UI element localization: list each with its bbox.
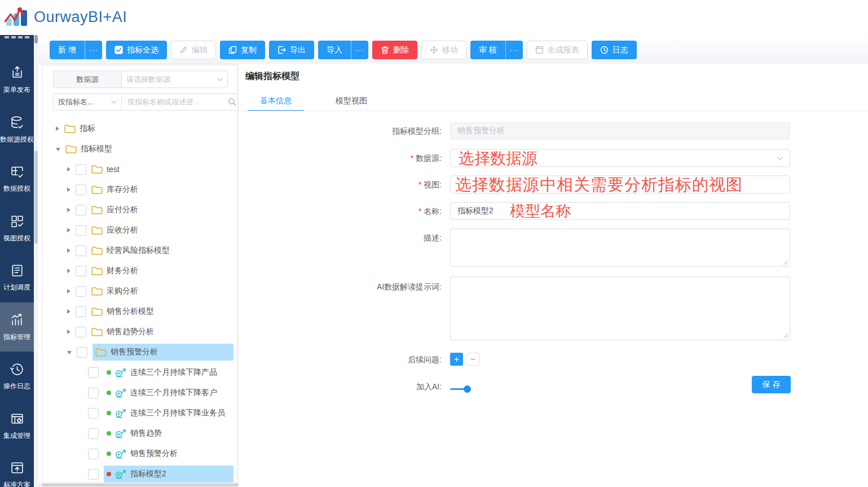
select-all-label: 指标全选	[127, 45, 158, 55]
horizontal-scrollbar-thumb[interactable]	[42, 484, 265, 486]
generate-report-button[interactable]: 生成报表	[527, 41, 588, 59]
add-more-button[interactable]: ···	[85, 41, 102, 59]
view-select[interactable]: 选择数据源中相关需要分析指标的视图	[450, 176, 790, 194]
tree-item-folder[interactable]: 财务分析	[42, 261, 237, 281]
name-input[interactable]	[451, 203, 790, 220]
tree-checkbox[interactable]	[88, 388, 99, 398]
chevron-right-icon[interactable]	[67, 269, 71, 273]
sidebar-item-view-auth[interactable]: 视图授权	[0, 204, 34, 253]
tree-item-model-selected[interactable]: 指标模型2	[42, 464, 237, 483]
chevron-right-icon[interactable]	[67, 248, 71, 253]
sidebar-item-indicator-manage[interactable]: 指标管理	[0, 302, 34, 352]
tree-checkbox[interactable]	[76, 164, 86, 175]
sidebar-item-operation-log[interactable]: 操作日志	[0, 352, 34, 401]
move-button[interactable]: 移动	[421, 41, 466, 59]
tree-checkbox[interactable]	[88, 408, 99, 419]
chevron-right-icon[interactable]	[67, 208, 71, 212]
sidebar-item-label: 计划调度	[3, 283, 30, 292]
tree-item-folder[interactable]: 指标模型	[42, 139, 237, 159]
chevron-right-icon[interactable]	[67, 167, 71, 172]
tree-checkbox[interactable]	[88, 449, 99, 459]
slider-knob[interactable]	[464, 385, 471, 393]
sidebar-item-integration[interactable]: 集成管理	[0, 401, 34, 451]
edit-button[interactable]: 编辑	[171, 41, 216, 59]
chevron-right-icon[interactable]	[67, 309, 71, 314]
save-button[interactable]: 保 存	[752, 376, 791, 393]
tree-item-folder[interactable]: 采购分析	[42, 281, 237, 301]
remove-question-button[interactable]: −	[466, 353, 479, 366]
tree-item-model[interactable]: 连续三个月持续下降产品	[42, 362, 237, 383]
folder-icon	[95, 348, 107, 357]
export-icon	[277, 46, 286, 54]
log-button[interactable]: 日志	[592, 41, 637, 59]
ai-prompt-textarea[interactable]	[450, 277, 790, 340]
datasource-select[interactable]: 选择数据源	[450, 149, 790, 167]
copy-button[interactable]: 复制	[220, 41, 265, 59]
sidebar-item-datasource-auth[interactable]: 数据源授权	[0, 105, 34, 155]
chevron-down-icon[interactable]	[56, 148, 60, 151]
sidebar-item-data-auth[interactable]: 数据授权	[0, 154, 34, 204]
tree-checkbox[interactable]	[88, 367, 99, 378]
resize-handle-icon[interactable]	[783, 260, 788, 265]
tab-basic-info[interactable]: 基本信息	[248, 91, 304, 111]
tree-checkbox[interactable]	[88, 469, 99, 480]
form-row-join-ai: 加入AI:	[239, 380, 803, 393]
sidebar-item-menu-publish[interactable]: 菜单发布	[0, 55, 34, 105]
tree-item-folder[interactable]: 销售趋势分析	[42, 322, 237, 342]
tree-item-model[interactable]: 连续三个月持续下降业务员	[42, 403, 237, 423]
export-button[interactable]: 导出	[269, 41, 314, 59]
review-button[interactable]: 审 核	[470, 41, 505, 59]
tree-checkbox[interactable]	[76, 266, 86, 277]
tree-item-model[interactable]: 销售预警分析	[42, 444, 237, 464]
model-icon	[114, 368, 126, 378]
chevron-right-icon[interactable]	[56, 126, 59, 131]
tree-item-folder[interactable]: 库存分析	[42, 179, 237, 200]
status-dot-green	[107, 391, 111, 395]
tree-item-folder[interactable]: test	[42, 159, 237, 179]
tree-checkbox[interactable]	[88, 428, 99, 439]
sidebar-item-standard-plan[interactable]: 标准方案	[0, 450, 34, 487]
tree-item-folder-selected[interactable]: 销售预警分析	[42, 342, 237, 362]
tree-checkbox[interactable]	[76, 185, 86, 195]
sidebar-item-label: 标准方案	[3, 480, 30, 487]
import-more-button[interactable]: ···	[351, 41, 368, 59]
sidebar-item-schedule[interactable]: 计划调度	[0, 253, 34, 302]
search-input[interactable]	[126, 97, 228, 107]
description-textarea[interactable]	[450, 229, 790, 267]
chevron-right-icon[interactable]	[67, 330, 71, 334]
description-label: 描述:	[239, 233, 442, 243]
import-button[interactable]: 导入	[318, 41, 351, 59]
tree-item-folder[interactable]: 销售分析模型	[42, 301, 237, 322]
join-ai-slider[interactable]	[450, 385, 471, 393]
tree-item-folder[interactable]: 应付分析	[42, 200, 237, 220]
review-more-button[interactable]: ···	[505, 41, 523, 59]
add-button[interactable]: 新 增	[50, 41, 85, 59]
tree-checkbox[interactable]	[76, 225, 86, 236]
select-all-indicators-button[interactable]: 指标全选	[106, 41, 167, 59]
tree-checkbox[interactable]	[76, 245, 86, 256]
schedule-icon	[9, 262, 25, 279]
name-label: *名称:	[239, 202, 442, 220]
tree-item-model[interactable]: 销售趋势	[42, 423, 237, 444]
chevron-down-icon[interactable]	[67, 351, 72, 354]
tree-item-folder[interactable]: 经营风险指标模型	[42, 240, 237, 261]
tab-model-view[interactable]: 模型视图	[323, 91, 380, 111]
tree-checkbox[interactable]	[76, 327, 86, 337]
delete-button[interactable]: 删除	[372, 41, 417, 59]
chevron-right-icon[interactable]	[67, 289, 71, 293]
chevron-right-icon[interactable]	[67, 187, 71, 192]
add-question-button[interactable]: +	[450, 353, 463, 366]
tree-checkbox[interactable]	[76, 286, 86, 297]
tree-checkbox[interactable]	[77, 347, 87, 358]
tree-item-model[interactable]: 连续三个月持续下降客户	[42, 383, 237, 403]
sidebar-scrollbar[interactable]	[34, 35, 38, 487]
datasource-filter-select[interactable]: 请选择数据源	[121, 71, 228, 88]
tree-item-folder[interactable]: 应收分析	[42, 220, 237, 240]
tree-item-folder[interactable]: 指标	[42, 119, 237, 139]
tree-checkbox[interactable]	[76, 306, 86, 317]
tree-checkbox[interactable]	[76, 205, 86, 216]
resize-handle-icon[interactable]	[783, 333, 788, 339]
search-icon[interactable]	[228, 98, 236, 106]
search-mode-select[interactable]: 按指标名...	[53, 93, 121, 111]
chevron-right-icon[interactable]	[67, 228, 71, 232]
